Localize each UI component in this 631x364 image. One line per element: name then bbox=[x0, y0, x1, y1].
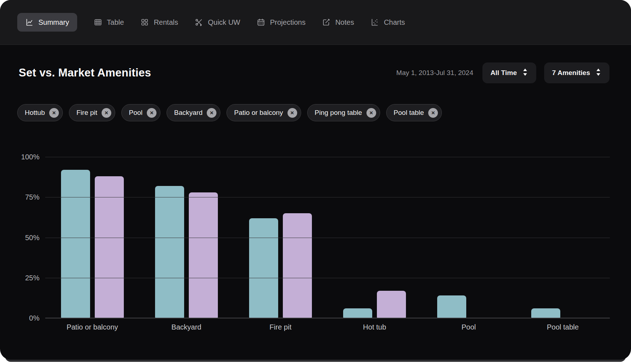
chip-label: Fire pit bbox=[76, 109, 97, 117]
close-icon[interactable]: ✕ bbox=[428, 108, 438, 118]
nav-item-label: Rentals bbox=[154, 18, 178, 27]
gridline-50% bbox=[45, 238, 610, 238]
close-icon[interactable]: ✕ bbox=[102, 108, 111, 118]
gridline-0% bbox=[45, 318, 610, 318]
nav-item-quick-uw[interactable]: Quick UW bbox=[195, 18, 240, 27]
header-controls: May 1, 2013-Jul 31, 2024 All Time 7 Amen… bbox=[396, 62, 609, 83]
nav-item-charts[interactable]: Charts bbox=[370, 18, 405, 27]
page-title: Set vs. Market Amenities bbox=[19, 66, 151, 79]
time-filter-value: All Time bbox=[490, 69, 517, 77]
x-axis-label: Hot tub bbox=[328, 323, 422, 331]
nav-item-label: Notes bbox=[335, 18, 354, 27]
market-bar[interactable] bbox=[189, 192, 218, 318]
amenity-chip: Pool✕ bbox=[121, 104, 160, 121]
edit-square-icon bbox=[322, 18, 331, 27]
chevron-up-down-icon bbox=[595, 68, 602, 78]
x-axis-label: Pool table bbox=[516, 323, 610, 331]
y-axis-tick-label: 25% bbox=[25, 274, 39, 282]
amenity-chip: Ping pong table✕ bbox=[307, 104, 380, 121]
set-bar[interactable] bbox=[249, 218, 278, 318]
gridline-75% bbox=[45, 197, 610, 197]
set-bar[interactable] bbox=[155, 186, 184, 318]
x-axis-label: Patio or balcony bbox=[45, 323, 139, 331]
close-icon[interactable]: ✕ bbox=[366, 108, 376, 118]
chip-label: Patio or balcony bbox=[234, 109, 283, 117]
x-axis-label: Backyard bbox=[139, 323, 233, 331]
chip-label: Backyard bbox=[174, 109, 202, 117]
chip-label: Pool table bbox=[394, 109, 424, 117]
x-axis-labels: Patio or balconyBackyardFire pitHot tubP… bbox=[45, 323, 610, 331]
amenity-chip: Fire pit✕ bbox=[69, 104, 115, 121]
y-axis-tick-label: 100% bbox=[21, 153, 39, 161]
nav-item-notes[interactable]: Notes bbox=[322, 18, 354, 27]
nav-item-label: Projections bbox=[270, 18, 305, 27]
time-filter-dropdown[interactable]: All Time bbox=[482, 62, 536, 83]
nav-item-table[interactable]: Table bbox=[94, 18, 124, 27]
nav-item-summary[interactable]: Summary bbox=[17, 13, 77, 32]
app-window: SummaryTableRentalsQuick UWProjectionsNo… bbox=[0, 0, 631, 360]
chip-label: Pool bbox=[129, 109, 142, 117]
close-icon[interactable]: ✕ bbox=[288, 108, 297, 118]
scatter-chart-icon bbox=[370, 18, 379, 27]
amenity-chip: Patio or balcony✕ bbox=[226, 104, 301, 121]
set-bar[interactable] bbox=[61, 170, 90, 318]
amenity-chips: Hottub✕Fire pit✕Pool✕Backyard✕Patio or b… bbox=[17, 104, 442, 121]
amenity-chip: Hottub✕ bbox=[17, 104, 63, 121]
nav-item-label: Summary bbox=[38, 18, 69, 27]
table-icon bbox=[94, 18, 102, 27]
line-chart-icon bbox=[25, 18, 34, 27]
close-icon[interactable]: ✕ bbox=[49, 108, 59, 118]
y-axis-tick-label: 50% bbox=[25, 234, 39, 242]
grid-squares-icon bbox=[140, 18, 149, 27]
gridline-100% bbox=[45, 157, 610, 157]
top-navbar: SummaryTableRentalsQuick UWProjectionsNo… bbox=[0, 0, 631, 45]
y-axis-tick-label: 75% bbox=[25, 193, 39, 201]
x-axis-label: Fire pit bbox=[233, 323, 327, 331]
market-bar[interactable] bbox=[283, 213, 312, 318]
close-icon[interactable]: ✕ bbox=[147, 108, 156, 118]
nav-item-label: Charts bbox=[384, 18, 405, 27]
market-bar[interactable] bbox=[377, 291, 406, 318]
nav-item-label: Quick UW bbox=[208, 18, 240, 27]
close-icon[interactable]: ✕ bbox=[207, 108, 216, 118]
amenity-chip: Pool table✕ bbox=[386, 104, 442, 121]
x-axis-label: Pool bbox=[422, 323, 516, 331]
y-axis-tick-label: 0% bbox=[29, 314, 39, 322]
set-bar[interactable] bbox=[343, 308, 372, 318]
chevron-up-down-icon bbox=[522, 68, 528, 78]
chip-label: Hottub bbox=[25, 109, 45, 117]
nav-item-rentals[interactable]: Rentals bbox=[140, 18, 178, 27]
nav-item-projections[interactable]: Projections bbox=[257, 18, 305, 27]
amenity-chip: Backyard✕ bbox=[167, 104, 220, 121]
header-row: Set vs. Market Amenities May 1, 2013-Jul… bbox=[19, 62, 609, 84]
set-bar[interactable] bbox=[437, 295, 466, 318]
nav-item-label: Table bbox=[107, 18, 124, 27]
gridline-25% bbox=[45, 278, 610, 278]
crossed-pens-icon bbox=[195, 18, 203, 27]
amenities-filter-value: 7 Amenities bbox=[552, 69, 590, 77]
chip-label: Ping pong table bbox=[315, 109, 362, 117]
calendar-icon bbox=[257, 18, 265, 27]
chart-plot: 0%25%50%75%100% bbox=[45, 157, 610, 318]
set-bar[interactable] bbox=[531, 308, 560, 318]
date-range-label: May 1, 2013-Jul 31, 2024 bbox=[396, 69, 473, 77]
amenities-filter-dropdown[interactable]: 7 Amenities bbox=[544, 62, 609, 83]
